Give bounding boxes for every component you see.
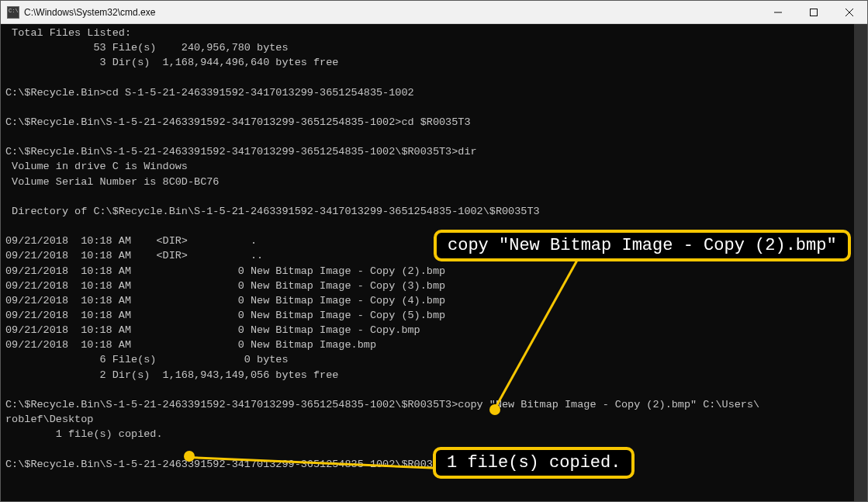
terminal-line: Total Files Listed: [5, 27, 131, 39]
terminal-line: C:\$Recycle.Bin\S-1-5-21-2463391592-3417… [5, 399, 759, 410]
minimize-button[interactable] [760, 1, 796, 24]
terminal-line: 09/21/2018 10:18 AM 0 New Bitmap Image -… [5, 280, 445, 292]
svg-rect-1 [811, 9, 818, 16]
terminal-line: Volume Serial Number is 8C0D-BC76 [5, 176, 219, 188]
terminal-line: 09/21/2018 10:18 AM <DIR> .. [5, 250, 263, 261]
titlebar[interactable]: C:\Windows\System32\cmd.exe [1, 1, 867, 24]
terminal-line: Directory of C:\$Recycle.Bin\S-1-5-21-24… [5, 206, 540, 217]
terminal-line: 09/21/2018 10:18 AM 0 New Bitmap Image -… [5, 265, 445, 277]
callout-dot [184, 451, 195, 462]
terminal-line: 09/21/2018 10:18 AM <DIR> . [5, 235, 257, 247]
cmd-icon [7, 6, 19, 19]
terminal-line: roblef\Desktop [5, 414, 93, 425]
terminal-line: 09/21/2018 10:18 AM 0 New Bitmap Image -… [5, 295, 445, 306]
callout-copy-command: copy "New Bitmap Image - Copy (2).bmp" [434, 230, 851, 261]
terminal-line: C:\$Recycle.Bin\S-1-5-21-2463391592-3417… [5, 146, 477, 158]
terminal-line: C:\$Recycle.Bin\S-1-5-21-2463391592-3417… [5, 116, 471, 128]
scrollbar[interactable] [854, 24, 867, 501]
window-controls [760, 1, 867, 24]
terminal-line: 09/21/2018 10:18 AM 0 New Bitmap Image.b… [5, 339, 376, 351]
callout-copied-message: 1 file(s) copied. [433, 447, 635, 479]
maximize-button[interactable] [796, 1, 832, 24]
terminal-line: 53 File(s) 240,956,780 bytes [5, 42, 289, 54]
terminal-line: 2 Dir(s) 1,168,943,149,056 bytes free [5, 369, 338, 381]
close-button[interactable] [832, 1, 867, 24]
terminal-line: 1 file(s) copied. [5, 428, 163, 440]
window-title: C:\Windows\System32\cmd.exe [24, 7, 760, 18]
terminal-line: 09/21/2018 10:18 AM 0 New Bitmap Image -… [5, 310, 445, 321]
terminal-output[interactable]: Total Files Listed: 53 File(s) 240,956,7… [1, 24, 867, 501]
terminal-line: 3 Dir(s) 1,168,944,496,640 bytes free [5, 57, 338, 68]
terminal-line: Volume in drive C is Windows [5, 161, 188, 172]
terminal-line: 09/21/2018 10:18 AM 0 New Bitmap Image -… [5, 324, 420, 336]
callout-dot [489, 404, 500, 415]
terminal-line: C:\$Recycle.Bin>cd S-1-5-21-2463391592-3… [5, 87, 414, 99]
terminal-line: 6 File(s) 0 bytes [5, 354, 289, 365]
